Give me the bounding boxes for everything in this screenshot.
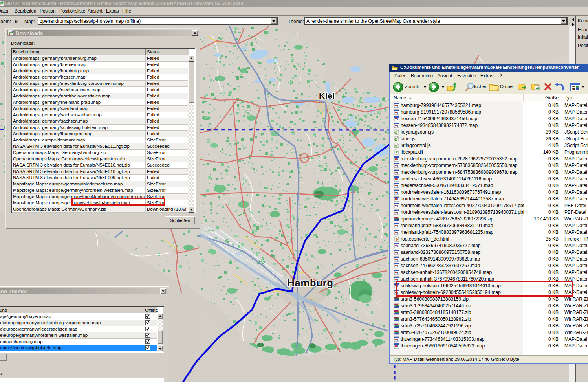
svg-text:Hamburg: Hamburg <box>287 277 333 289</box>
svg-text:Kiel: Kiel <box>319 91 335 100</box>
